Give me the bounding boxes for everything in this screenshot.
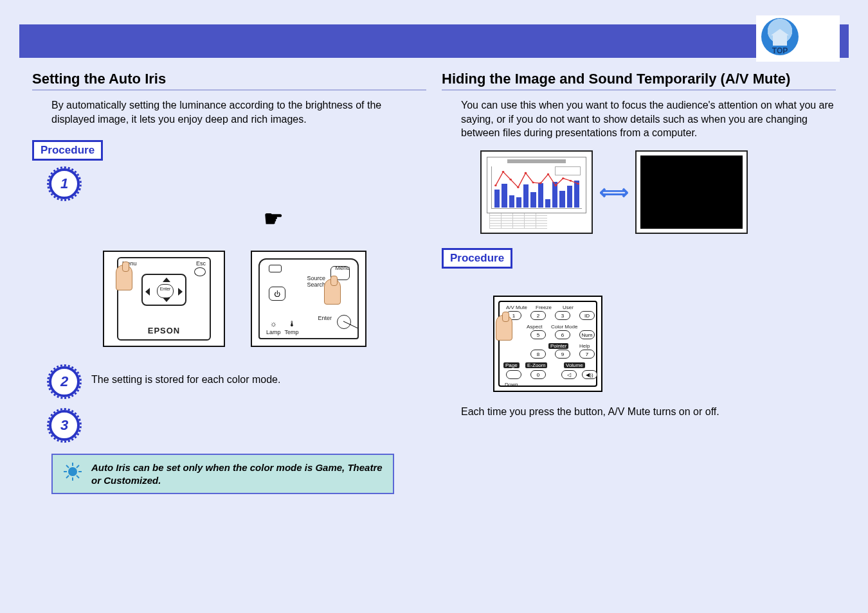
remote-esc-label: Esc [196,260,206,267]
lightbulb-icon [63,462,82,486]
btn-vol-down: ◁ [561,370,577,379]
svg-point-15 [532,181,534,183]
svg-point-20 [570,180,572,182]
svg-line-0 [343,321,357,329]
left-intro: By automatically setting the luminance a… [32,98,426,126]
lbl-pointer: Pointer [548,343,568,349]
header-band [19,24,849,58]
left-heading: Setting the Auto Iris [32,71,426,91]
right-heading: Hiding the Image and Sound Temporarily (… [442,71,836,91]
chart-line-series [492,166,582,208]
svg-point-14 [525,172,527,174]
lbl-ezoom: E-Zoom [525,362,547,368]
step-bullet-3: 3 [49,410,80,441]
btn-3: 3 [555,311,570,320]
lbl-page: Page [503,362,520,368]
btn-id: ID [579,311,595,320]
svg-point-1 [69,468,77,475]
lbl-avmute: A/V Mute [506,305,527,310]
step-num-3: 3 [60,417,68,434]
top-home-button[interactable]: TOP [761,18,799,55]
remote-control-diagram: Menu Esc Enter EPSON [103,251,225,347]
embedded-chart [487,157,586,213]
step-2-text: The setting is stored for each color mod… [91,366,280,387]
right-column: Hiding the Image and Sound Temporarily (… [442,71,836,494]
btn-num: Num [579,330,595,339]
btn-6: 6 [555,330,570,339]
btn-vol-up: ◀)) [582,370,597,379]
step-num-1: 1 [60,175,68,192]
svg-line-6 [66,465,69,468]
step-3: 3 [32,410,426,441]
right-intro: You can use this when you want to focus … [442,98,836,140]
svg-line-7 [77,475,79,478]
finger-press-icon [116,265,132,290]
procedure-label-right: Procedure [442,248,512,269]
screen-showing-chart [480,150,593,234]
left-column: Setting the Auto Iris By automatically s… [32,71,426,494]
lbl-help: Help [579,343,590,349]
btn-7: 7 [579,350,595,359]
svg-point-19 [562,177,565,179]
svg-line-9 [66,475,69,478]
right-result: Each time you press the button, A/V Mute… [442,405,836,419]
svg-point-16 [539,182,542,184]
step-bullet-1: 1 [49,168,80,199]
btn-2: 2 [530,311,546,320]
home-icon [773,35,787,46]
lbl-user: User [563,305,574,310]
btn-9: 9 [555,350,570,359]
step-bullet-2: 2 [49,366,80,397]
lbl-aspect: Aspect [527,324,542,330]
screen-black [635,150,748,234]
double-arrow-icon: ⟺ [599,180,629,204]
svg-point-13 [517,186,520,188]
btn-5: 5 [530,330,546,339]
btn-0: 0 [530,370,546,379]
arrow-left-icon [145,288,150,296]
numeric-remote-diagram: A/V Mute Freeze User 1 2 3 ID Aspect Col… [493,296,602,392]
embedded-table [489,213,547,229]
esc-button [194,267,206,276]
lbl-freeze: Freeze [536,305,552,310]
btn-8: 8 [530,350,546,359]
lbl-down: Down [505,382,518,387]
svg-point-10 [494,184,497,186]
svg-point-18 [554,184,557,186]
tip-text: Auto Iris can be set only when the color… [91,461,383,486]
panel-leader-lines [260,260,357,338]
tip-box: Auto Iris can be set only when the color… [51,454,394,494]
svg-point-12 [509,179,512,181]
reference-pointer-icon: ☛ [264,206,426,231]
step-2: 2 The setting is stored for each color m… [32,366,426,397]
svg-point-17 [547,173,550,175]
step-1: 1 [32,168,426,199]
btn-page-up [506,370,521,379]
svg-point-11 [502,171,505,173]
procedure-label-left: Procedure [32,140,103,161]
av-mute-toggle-illustration: ⟺ [480,150,836,234]
top-label: TOP [772,46,788,55]
diagram-row: Menu Esc Enter EPSON [103,251,426,347]
arrow-up-icon [163,278,170,282]
lbl-volume: Volume [564,362,585,368]
svg-point-21 [577,182,579,184]
enter-button: Enter [157,284,174,298]
svg-line-8 [77,465,79,468]
arrow-right-icon [178,288,183,296]
lbl-colormode: Color Mode [551,324,577,330]
remote-brand: EPSON [118,326,210,335]
finger-press-icon-right [496,315,512,341]
dpad: Enter [141,274,186,306]
step-num-2: 2 [60,373,68,390]
control-panel-diagram: ⏻ Menu Source Search Enter ☼Lamp 🌡Temp [251,251,366,347]
arrow-down-icon [163,298,170,302]
